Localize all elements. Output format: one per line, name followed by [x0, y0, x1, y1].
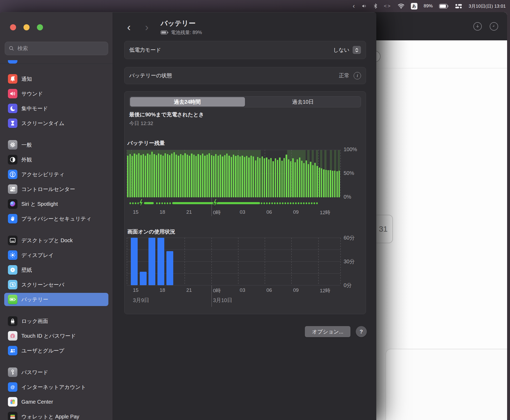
battery-level-bar: [325, 170, 327, 197]
x-axis-label: 06: [266, 287, 272, 293]
battery-level-bar: [239, 156, 241, 197]
battery-power-dot: [316, 202, 318, 204]
battery-level-bar: [283, 158, 285, 197]
battery-level-bar: [328, 170, 329, 197]
battery-level-bar: [251, 156, 252, 197]
battery-power-dot: [159, 202, 161, 204]
battery-level-bar: [235, 156, 236, 197]
sidebar-item-accessibility[interactable]: アクセシビリティ: [4, 168, 108, 181]
media-back-icon[interactable]: ‹: [353, 2, 355, 10]
sidebar-item-bell[interactable]: 通知: [4, 72, 108, 85]
battery-level-bar: [165, 153, 166, 197]
clock-circle-icon[interactable]: [490, 22, 498, 31]
sidebar-item-gamecenter[interactable]: Game Center: [4, 395, 108, 408]
options-button[interactable]: オプション...: [305, 326, 350, 337]
info-icon[interactable]: i: [354, 72, 361, 79]
search-icon: [9, 46, 14, 51]
sidebar-item-label: ユーザとグループ: [21, 347, 64, 354]
sidebar-item-label: アクセシビリティ: [21, 171, 65, 178]
tab-last-24-hours[interactable]: 過去24時間: [129, 97, 245, 107]
minimize-window-button[interactable]: [23, 24, 30, 30]
battery-level-bar: [195, 156, 197, 197]
battery-power-dot: [263, 202, 265, 204]
control-center-icon[interactable]: [455, 2, 462, 10]
screen-on-bar: [166, 251, 173, 285]
background-bottom-card: [386, 349, 507, 420]
sidebar-item-screensaver[interactable]: スクリーンセーバ: [4, 278, 108, 291]
sidebar-item-gear[interactable]: 一般: [4, 138, 108, 151]
sidebar-item-flower[interactable]: 壁紙: [4, 263, 108, 276]
battery-power-dot: [300, 202, 302, 204]
battery-level-bar: [275, 158, 276, 197]
sidebar-item-toggles[interactable]: コントロールセンター: [4, 183, 108, 196]
battery-level-bar: [180, 154, 181, 197]
battery-level-bar: [200, 155, 201, 197]
battery-power-dot: [135, 202, 137, 204]
battery-level-bar: [339, 171, 340, 197]
sidebar-item-contrast[interactable]: 外観: [4, 153, 108, 166]
battery-icon[interactable]: [439, 2, 449, 10]
help-button[interactable]: ?: [356, 326, 367, 337]
sidebar-item-wallet[interactable]: ウォレットと Apple Pay: [4, 410, 108, 420]
download-circle-icon[interactable]: [473, 22, 482, 31]
battery-level-bar: [160, 155, 161, 197]
battery-level-bar: [209, 153, 210, 197]
input-source-badge: あ: [411, 3, 417, 9]
sidebar-item-window[interactable]: デスクトップと Dock: [4, 234, 108, 247]
battery-level-bar: [323, 169, 324, 197]
code-brackets-icon[interactable]: <>: [384, 2, 391, 10]
window-icon: [8, 236, 17, 245]
sidebar-item-lock[interactable]: ロック画面: [4, 314, 108, 328]
date-label: 3月10日: [213, 297, 232, 304]
battery-level-bar: [334, 171, 335, 197]
flower-icon: [8, 265, 17, 275]
close-window-button[interactable]: [10, 24, 16, 30]
zoom-window-button[interactable]: [37, 24, 43, 30]
sidebar-item-siri[interactable]: Siri と Spotlight: [4, 197, 108, 211]
bluetooth-icon[interactable]: [374, 2, 377, 10]
sidebar-item-key[interactable]: パスワード: [4, 366, 108, 379]
battery-level-bar: [129, 154, 131, 197]
battery-panel: ‹ › バッテリー 電池残量: 89% 低電力モード しない: [113, 12, 376, 420]
screen-on-chart-title: 画面オンの使用状況: [127, 228, 175, 235]
at-icon: @: [8, 382, 17, 392]
battery-small-icon: [161, 30, 169, 35]
battery-level-bar: [149, 155, 151, 197]
battery-level-bar: [270, 158, 272, 197]
sidebar-item-speaker[interactable]: サウンド: [4, 87, 108, 100]
sidebar-item-label: Game Center: [21, 399, 53, 405]
back-button[interactable]: ‹: [127, 21, 131, 33]
battery-power-dot: [285, 202, 286, 204]
clock-menu[interactable]: 3月10日(日) 13:01: [469, 2, 506, 10]
sidebar-group-1: 通知サウンド集中モードスクリーンタイム: [4, 72, 108, 130]
sidebar-item-label: サウンド: [21, 90, 43, 97]
sidebar-item-moon[interactable]: 集中モード: [4, 102, 108, 115]
forward-button[interactable]: ›: [145, 21, 148, 33]
sidebar-item-label: 外観: [21, 156, 32, 163]
battery-remaining-text: 電池残量: 89%: [171, 29, 202, 36]
sidebar-item-label: バッテリー: [21, 296, 48, 303]
sidebar-item-at[interactable]: @インターネットアカウント: [4, 380, 108, 394]
wifi-icon[interactable]: [398, 2, 405, 10]
input-source-icon[interactable]: あ: [411, 2, 417, 10]
battery-power-dot: [298, 202, 300, 204]
x-axis-label: 18: [160, 287, 165, 293]
battery-level-bar: [242, 156, 243, 197]
x-axis-label: 0時: [213, 209, 221, 216]
sidebar-item-users[interactable]: ユーザとグループ: [4, 344, 108, 357]
sidebar-item-sun[interactable]: ディスプレイ: [4, 249, 108, 262]
battery-power-dot: [295, 202, 297, 204]
sidebar-item-battery[interactable]: バッテリー: [4, 293, 108, 306]
sidebar-item-hourglass[interactable]: スクリーンタイム: [4, 117, 108, 130]
low-power-mode-select[interactable]: [353, 46, 361, 54]
y-axis-label: 0%: [344, 194, 370, 200]
sidebar-list: 通知サウンド集中モードスクリーンタイム一般外観アクセシビリティコントロールセンタ…: [4, 72, 108, 420]
tab-last-10-days[interactable]: 過去10日: [245, 97, 361, 107]
sidebar-item-fingerprint[interactable]: Touch ID とパスワード: [4, 329, 108, 342]
sidebar-item-hand[interactable]: プライバシーとセキュリティ: [4, 212, 108, 225]
battery-power-dot: [269, 202, 271, 204]
battery-level-bar: [321, 168, 322, 197]
background-window[interactable]: 31: [370, 12, 507, 420]
search-input[interactable]: 検索: [5, 42, 108, 55]
volume-icon[interactable]: [361, 2, 367, 10]
